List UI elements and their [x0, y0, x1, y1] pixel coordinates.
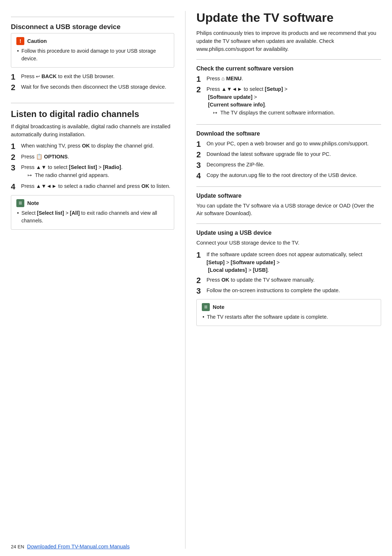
radio-step-4: 4 Press ▲▼◄► to select a radio channel a…	[11, 182, 174, 191]
update-usb-title: Update using a USB device	[196, 230, 381, 236]
radio-note-box: Note Select [Select list] > [All] to exi…	[11, 195, 174, 230]
radio-step-2: 2 Press 📋 OPTIONS.	[11, 153, 174, 162]
left-column: Disconnect a USB storage device ! Cautio…	[11, 11, 185, 549]
update-usb-steps: 1 If the software update screen does not…	[196, 251, 381, 296]
caution-bullets: Follow this procedure to avoid damage to…	[16, 47, 169, 63]
update-usb-note-label: Note	[213, 304, 224, 310]
update-usb-step-3: 3 Follow the on-screen instructions to c…	[196, 287, 381, 295]
radio-note-label: Note	[27, 200, 39, 206]
caution-icon: !	[16, 37, 24, 45]
check-step-1: 1 Press ⌂ MENU.	[196, 75, 381, 84]
right-intro: Philips continuously tries to improve it…	[196, 29, 381, 53]
disconnect-step-2: 2 Wait for five seconds then disconnect …	[11, 83, 174, 92]
footer-link[interactable]: Downloaded From TV-Manual.com Manuals	[27, 544, 130, 549]
note-icon	[16, 199, 24, 207]
radio-note-bullet-1: Select [Select list] > [All] to exit rad…	[16, 209, 169, 225]
check-step-2-arrow: ↦ The TV displays the current software i…	[213, 109, 381, 117]
radio-note-header: Note	[16, 199, 169, 207]
main-title: Update the TV software	[196, 11, 381, 24]
update-usb-note-box: Note The TV restarts after the software …	[196, 299, 381, 326]
update-usb-note-header: Note	[202, 303, 376, 311]
update-usb-intro: Connect your USB storage device to the T…	[196, 239, 381, 247]
download-title: Download the software	[196, 130, 381, 137]
footer: 24 EN Downloaded From TV-Manual.com Manu…	[11, 544, 381, 549]
radio-step-1: 1 When watching TV, press OK to display …	[11, 142, 174, 151]
caution-header: ! Caution	[16, 37, 169, 45]
radio-intro: If digital broadcasting is available, di…	[11, 123, 174, 139]
radio-step-3-arrow: ↦ The radio channel grid appears.	[28, 172, 174, 180]
update-usb-note-bullet-1: The TV restarts after the software updat…	[202, 313, 376, 321]
right-column: Update the TV software Philips continuou…	[185, 11, 381, 549]
download-step-4: 4 Copy the autorun.upg file to the root …	[196, 172, 381, 180]
footer-page-num: 24	[11, 544, 16, 549]
radio-note-bullets: Select [Select list] > [All] to exit rad…	[16, 209, 169, 225]
disconnect-title: Disconnect a USB storage device	[11, 23, 174, 31]
update-usb-step-2: 2 Press OK to update the TV software man…	[196, 276, 381, 285]
download-step-2: 2 Download the latest software upgrade f…	[196, 150, 381, 159]
download-step-3: 3 Decompress the ZIP-file.	[196, 161, 381, 170]
update-usb-note-icon	[202, 303, 210, 311]
download-step-1: 1 On your PC, open a web browser and go …	[196, 140, 381, 149]
disconnect-steps: 1 Press ↩ BACK to exit the USB browser. …	[11, 73, 174, 92]
update-usb-step-1: 1 If the software update screen does not…	[196, 251, 381, 274]
caution-bullet-1: Follow this procedure to avoid damage to…	[16, 47, 169, 63]
footer-lang: EN	[17, 544, 24, 549]
check-steps: 1 Press ⌂ MENU. 2 Press ▲▼◄► to select […	[196, 75, 381, 118]
radio-step-3: 3 Press ▲▼ to select [Select list] > [Ra…	[11, 164, 174, 181]
check-title: Check the current software version	[196, 65, 381, 72]
update-usb-note-bullets: The TV restarts after the software updat…	[202, 313, 376, 321]
download-steps: 1 On your PC, open a web browser and go …	[196, 140, 381, 181]
update-software-title: Update software	[196, 193, 381, 199]
disconnect-step-1: 1 Press ↩ BACK to exit the USB browser.	[11, 73, 174, 81]
radio-steps: 1 When watching TV, press OK to display …	[11, 142, 174, 191]
radio-title: Listen to digital radio channels	[11, 109, 174, 119]
caution-label: Caution	[27, 38, 47, 44]
check-step-2: 2 Press ▲▼◄► to select [Setup] > [Softwa…	[196, 85, 381, 118]
update-software-intro: You can update the TV software via a USB…	[196, 202, 381, 218]
caution-box: ! Caution Follow this procedure to avoid…	[11, 33, 174, 68]
